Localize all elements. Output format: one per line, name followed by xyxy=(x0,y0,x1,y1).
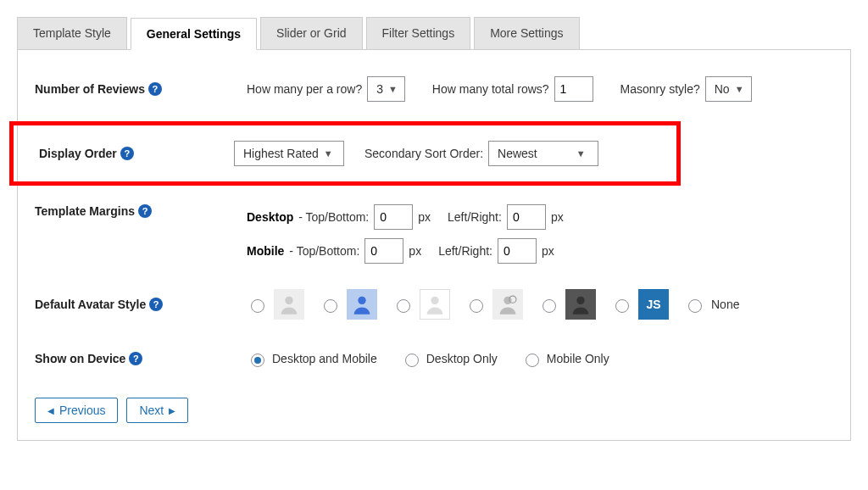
lr-label: Left/Right: xyxy=(438,244,492,258)
tab-slider-or-grid[interactable]: Slider or Grid xyxy=(260,17,362,49)
template-margins-label: Template Margins xyxy=(35,204,135,218)
device-radio-desktop[interactable] xyxy=(405,354,419,367)
desktop-lr-input[interactable] xyxy=(507,204,546,230)
svg-point-5 xyxy=(576,297,584,304)
display-order-value: Highest Rated xyxy=(243,147,319,160)
display-order-label: Display Order xyxy=(39,147,117,160)
display-order-select[interactable]: Highest Rated ▼ xyxy=(234,141,344,166)
help-icon[interactable]: ? xyxy=(138,204,152,218)
masonry-label: Masonry style? xyxy=(620,82,700,96)
avatar-radio-1[interactable] xyxy=(251,299,264,313)
per-row-value: 3 xyxy=(376,82,383,96)
help-icon[interactable]: ? xyxy=(149,298,163,311)
mobile-tb-input[interactable] xyxy=(364,238,403,264)
row-default-avatar: Default Avatar Style ? xyxy=(35,289,833,320)
masonry-select[interactable]: No ▼ xyxy=(705,76,752,102)
tb-label: - Top/Bottom: xyxy=(289,244,359,258)
device-both-label: Desktop and Mobile xyxy=(272,352,377,365)
svg-point-2 xyxy=(431,297,438,304)
avatar-mystery-icon xyxy=(492,289,523,320)
help-icon[interactable]: ? xyxy=(120,147,134,160)
svg-point-0 xyxy=(285,297,292,304)
next-button[interactable]: Next ▶ xyxy=(126,398,188,423)
avatar-radio-5[interactable] xyxy=(542,299,556,313)
device-radio-both[interactable] xyxy=(251,354,264,367)
tab-bar: Template Style General Settings Slider o… xyxy=(17,17,851,50)
row-number-of-reviews: Number of Reviews ? How many per a row? … xyxy=(35,75,833,103)
device-desktop-label: Desktop Only xyxy=(426,352,498,365)
number-of-reviews-label: Number of Reviews xyxy=(35,82,145,96)
previous-button[interactable]: ◀ Previous xyxy=(35,398,118,423)
secondary-sort-value: Newest xyxy=(498,147,537,160)
per-row-label: How many per a row? xyxy=(247,82,362,96)
device-mobile-label: Mobile Only xyxy=(547,352,609,365)
tab-filter-settings[interactable]: Filter Settings xyxy=(366,17,471,49)
row-show-on-device: Show on Device ? Desktop and Mobile Desk… xyxy=(35,345,833,372)
chevron-down-icon: ▼ xyxy=(388,84,398,94)
row-template-margins: Template Margins ? Desktop - Top/Bottom:… xyxy=(35,204,833,264)
avatar-none-label: None xyxy=(711,298,739,311)
default-avatar-label: Default Avatar Style xyxy=(35,298,146,311)
avatar-outline-icon xyxy=(420,289,450,320)
px-unit: px xyxy=(551,210,564,224)
px-unit: px xyxy=(542,244,554,258)
avatar-radio-6[interactable] xyxy=(615,299,629,313)
previous-label: Previous xyxy=(59,404,105,417)
chevron-down-icon: ▼ xyxy=(735,84,744,94)
help-icon[interactable]: ? xyxy=(129,352,142,365)
svg-point-3 xyxy=(504,297,511,304)
triangle-right-icon: ▶ xyxy=(169,406,175,415)
avatar-radio-none[interactable] xyxy=(688,299,702,313)
masonry-value: No xyxy=(715,82,730,96)
row-display-order: Display Order ? Highest Rated ▼ Secondar… xyxy=(9,121,681,186)
lr-label: Left/Right: xyxy=(448,210,502,224)
tab-general-settings[interactable]: General Settings xyxy=(131,18,257,50)
avatar-initials-icon: JS xyxy=(638,289,669,320)
show-on-device-label: Show on Device xyxy=(35,352,125,365)
avatar-radio-2[interactable] xyxy=(324,299,337,313)
secondary-sort-label: Secondary Sort Order: xyxy=(364,147,483,160)
avatar-radio-3[interactable] xyxy=(397,299,410,313)
tb-label: - Top/Bottom: xyxy=(298,210,369,224)
next-label: Next xyxy=(139,404,164,417)
chevron-down-icon: ▼ xyxy=(324,148,333,159)
device-radio-mobile[interactable] xyxy=(526,354,539,367)
triangle-left-icon: ◀ xyxy=(47,406,54,415)
desktop-tb-input[interactable] xyxy=(374,204,413,230)
tab-more-settings[interactable]: More Settings xyxy=(474,17,579,49)
px-unit: px xyxy=(409,244,421,258)
per-row-select[interactable]: 3 ▼ xyxy=(367,76,405,102)
mobile-lr-input[interactable] xyxy=(498,238,537,264)
settings-panel: Number of Reviews ? How many per a row? … xyxy=(17,50,851,441)
avatar-dark-icon xyxy=(565,289,596,320)
total-rows-label: How many total rows? xyxy=(432,82,549,96)
secondary-sort-select[interactable]: Newest ▼ xyxy=(488,141,598,166)
help-icon[interactable]: ? xyxy=(148,82,162,96)
svg-point-1 xyxy=(358,297,365,304)
px-unit: px xyxy=(418,210,431,224)
nav-buttons: ◀ Previous Next ▶ xyxy=(35,398,833,423)
mobile-prefix: Mobile xyxy=(247,244,284,258)
avatar-silhouette-icon xyxy=(274,289,304,320)
total-rows-input[interactable] xyxy=(554,76,593,102)
chevron-down-icon: ▼ xyxy=(576,148,586,159)
avatar-radio-4[interactable] xyxy=(470,299,483,313)
tab-template-style[interactable]: Template Style xyxy=(17,17,127,49)
avatar-blue-icon xyxy=(347,289,377,320)
desktop-prefix: Desktop xyxy=(247,210,293,224)
